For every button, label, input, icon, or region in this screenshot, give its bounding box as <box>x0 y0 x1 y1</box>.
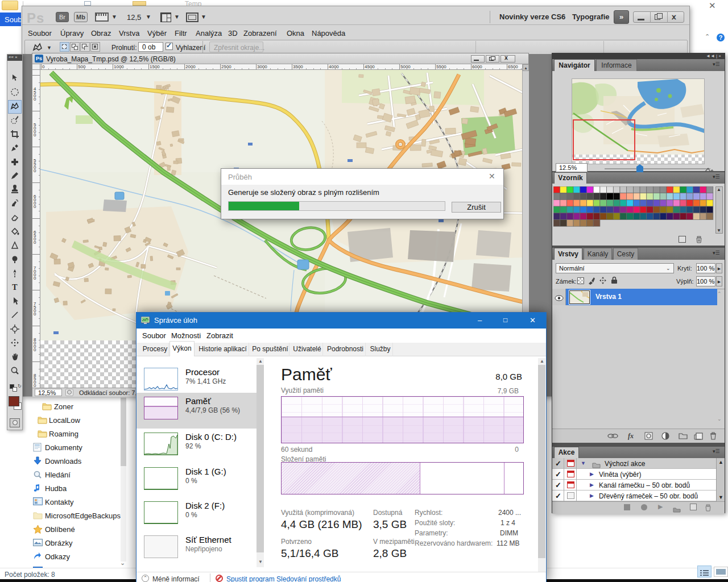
svg-text:T: T <box>12 283 18 292</box>
svg-text:fx: fx <box>628 432 634 440</box>
